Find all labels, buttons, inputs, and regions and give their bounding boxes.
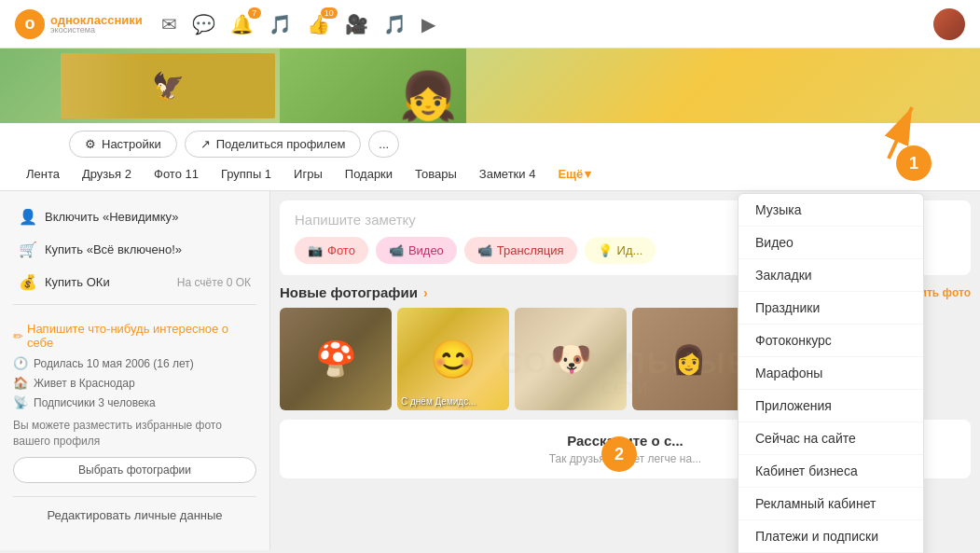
notifications-icon[interactable]: 🔔 7 <box>230 13 254 35</box>
profile-header: 🦅 👧 ⚙ Настройки ↗ Поделиться профилем ..… <box>0 48 980 158</box>
nav-item-games[interactable]: Игры <box>283 158 334 190</box>
subscribers-row: 📡 Подписчики 3 человека <box>13 393 256 412</box>
add-photo-btn[interactable]: 📷 Фото <box>295 237 368 264</box>
dropdown-item-marathons[interactable]: Марафоны <box>738 357 923 390</box>
photo-thumb-2[interactable]: 😊 С днём Демидс... <box>397 308 509 410</box>
photo-thumb-3[interactable]: 🐶 <box>515 308 627 410</box>
clock-icon: 🕐 <box>13 356 28 370</box>
dropdown-item-apps[interactable]: Приложения <box>738 390 923 422</box>
logo-icon: о <box>15 9 45 39</box>
write-about-link[interactable]: ✏ Напишите что-нибудь интересное о себе <box>13 318 256 353</box>
choose-photos-button[interactable]: Выбрать фотографии <box>13 457 256 483</box>
sidebar: 👤 Включить «Невидимку» 🛒 Купить «Всё вкл… <box>0 191 270 550</box>
dropdown-item-online[interactable]: Сейчас на сайте <box>738 422 923 455</box>
dropdown-item-video[interactable]: Видео <box>738 227 923 259</box>
home-icon: 🏠 <box>13 376 28 390</box>
dropdown-item-holidays[interactable]: Праздники <box>738 292 923 325</box>
cover-emblem: 🦅 <box>61 53 275 118</box>
nav-right <box>933 8 965 40</box>
bulb-icon: 💡 <box>598 243 613 257</box>
video-camera-icon: 📹 <box>389 243 404 257</box>
stream-icon: 📹 <box>477 243 492 257</box>
add-stream-btn[interactable]: 📹 Трансляция <box>464 237 577 264</box>
logo-text: одноклассники экосистема <box>50 14 143 35</box>
dropdown-menu: Музыка Видео Закладки Праздники Фотоконк… <box>738 193 924 553</box>
top-navigation: о одноклассники экосистема ✉ 💬 🔔 7 🎵 👍 1… <box>0 0 980 48</box>
nav-item-notes[interactable]: Заметки 4 <box>468 158 547 190</box>
profile-nav-wrapper: Лента Друзья 2 Фото 11 Группы 1 Игры Под… <box>0 158 980 191</box>
invisible-icon: 👤 <box>19 208 37 226</box>
camera-icon: 📷 <box>308 243 323 257</box>
nav-item-goods[interactable]: Товары <box>404 158 468 190</box>
antenna-icon: 📡 <box>13 395 28 409</box>
dropdown-item-photocontest[interactable]: Фотоконкурс <box>738 325 923 357</box>
share-icon: ↗ <box>200 137 211 151</box>
arrow-icon: › <box>423 285 428 300</box>
likes-badge: 10 <box>321 7 338 19</box>
pencil-icon: ✏ <box>13 329 23 343</box>
nav-more-button[interactable]: Ещё ▾ <box>546 158 602 190</box>
more-button[interactable]: ... <box>368 131 399 158</box>
photo-thumb-1[interactable]: 🍄 <box>280 308 392 410</box>
nav-item-friends[interactable]: Друзья 2 <box>71 158 143 190</box>
video-icon[interactable]: 🎥 <box>345 13 368 35</box>
add-idea-btn[interactable]: 💡 Ид... <box>585 237 656 264</box>
mail-icon[interactable]: ✉ <box>161 13 177 35</box>
profile-nav: Лента Друзья 2 Фото 11 Группы 1 Игры Под… <box>0 158 980 191</box>
sidebar-divider-2 <box>13 496 256 497</box>
nav-more-label: Ещё <box>558 167 583 181</box>
chevron-down-icon: ▾ <box>585 167 591 181</box>
nav-icons: ✉ 💬 🔔 7 🎵 👍 10 🎥 🎵 ▶ <box>161 13 933 35</box>
nav-item-feed[interactable]: Лента <box>15 158 71 190</box>
chat-icon[interactable]: 💬 <box>192 13 215 35</box>
user-avatar[interactable] <box>933 8 965 40</box>
sidebar-item-oki[interactable]: 💰 Купить ОКи На счёте 0 ОК <box>13 266 256 298</box>
settings-icon: ⚙ <box>85 137 96 151</box>
cover-person-area: 👧 <box>280 48 466 123</box>
birthdate-row: 🕐 Родилась 10 мая 2006 (16 лет) <box>13 353 256 373</box>
oki-icon: 💰 <box>19 273 37 291</box>
note-icon[interactable]: 🎵 <box>383 13 407 35</box>
music-icon[interactable]: 🎵 <box>269 13 292 35</box>
nav-item-photos[interactable]: Фото 11 <box>143 158 210 190</box>
sidebar-item-invisible[interactable]: 👤 Включить «Невидимку» <box>13 200 256 233</box>
dropdown-item-music[interactable]: Музыка <box>738 194 923 227</box>
dropdown-item-business[interactable]: Кабинет бизнеса <box>738 455 923 488</box>
allinclusive-icon: 🛒 <box>19 241 37 258</box>
photo-caption-2: С днём Демидс... <box>401 396 505 407</box>
dropdown-item-adcabinet[interactable]: Рекламный кабинет <box>738 488 923 520</box>
share-profile-button[interactable]: ↗ Поделиться профилем <box>185 131 362 158</box>
play-icon[interactable]: ▶ <box>421 13 435 35</box>
info-section: ✏ Напишите что-нибудь интересное о себе … <box>13 311 256 491</box>
add-video-btn[interactable]: 📹 Видео <box>376 237 457 264</box>
notifications-badge: 7 <box>248 7 261 19</box>
likes-icon[interactable]: 👍 10 <box>307 13 330 35</box>
nav-item-groups[interactable]: Группы 1 <box>210 158 283 190</box>
logo[interactable]: о одноклассники экосистема <box>15 9 143 39</box>
settings-button[interactable]: ⚙ Настройки <box>69 131 177 158</box>
sidebar-item-allinclusive[interactable]: 🛒 Купить «Всё включено!» <box>13 233 256 266</box>
profile-actions: ⚙ Настройки ↗ Поделиться профилем ... <box>0 123 980 158</box>
nav-item-gifts[interactable]: Подарки <box>334 158 404 190</box>
dropdown-item-payments[interactable]: Платежи и подписки <box>738 520 923 553</box>
city-row: 🏠 Живет в Краснодар <box>13 373 256 393</box>
sidebar-divider <box>13 304 256 305</box>
photo-thumb-4[interactable]: 👩 <box>632 308 744 410</box>
cover-photo: 🦅 👧 <box>0 48 980 123</box>
edit-personal-link[interactable]: Редактировать личные данные <box>13 503 256 528</box>
photo-desc: Вы можете разместить избранные фото ваше… <box>13 412 256 457</box>
dropdown-item-bookmarks[interactable]: Закладки <box>738 259 923 292</box>
